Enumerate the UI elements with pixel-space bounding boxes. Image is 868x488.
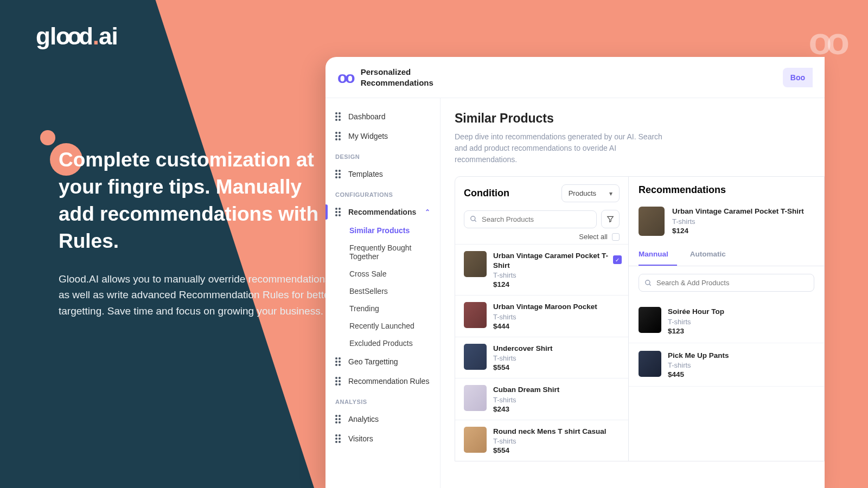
nav-sub-item[interactable]: Similar Products [326,222,440,239]
grip-icon [335,170,342,178]
grip-icon [335,357,342,366]
select-all-row[interactable]: Select all [455,228,628,244]
product-row[interactable]: Urban Vintage Maroon Pocket T-shirts $44… [455,295,628,337]
search-icon [470,215,477,223]
grip-icon [335,415,342,423]
search-add-products-input[interactable] [639,274,814,292]
nav-sub-item[interactable]: Cross Sale [326,265,440,282]
funnel-icon [607,215,614,223]
nav-item[interactable]: Visitors [326,429,440,448]
app-title: PersonalizedRecommendations [361,67,433,88]
product-price: $554 [493,363,620,371]
product-thumb [464,302,487,328]
product-thumb [639,207,665,236]
brand-logo: glood.ai [36,23,118,50]
select-all-checkbox[interactable] [612,233,620,241]
product-row[interactable]: Cuban Dream Shirt T-shirts $243 [455,378,628,420]
svg-point-0 [471,216,475,221]
product-category: T-shirts [493,271,620,279]
product-row[interactable]: Urban Vintage Caramel Pocket T-Shirt T-s… [455,244,628,295]
svg-line-1 [475,220,476,222]
nav-sub-item[interactable]: Recently Launched [326,317,440,335]
nav-label: Recommendation Rules [348,377,429,386]
nav-section-design: DESIGN [326,146,440,164]
nav-label: Analytics [348,415,379,423]
product-category: T-shirts [668,318,814,326]
recommendations-title: Recommendations [639,184,814,196]
nav-item[interactable]: Templates [326,164,440,184]
tab-manual[interactable]: Mannual [639,243,677,266]
nav-label: Templates [348,170,383,178]
nav-item[interactable]: Analytics [326,409,440,429]
nav-item[interactable]: Recommendation Rules [326,371,440,391]
product-category: T-shirts [493,396,620,404]
nav-section-analysis: ANALYSIS [326,391,440,409]
search-products-input[interactable] [464,210,597,228]
condition-dropdown[interactable]: Products [561,184,620,202]
app-logo-icon: oo [337,68,353,87]
header-action-button[interactable]: Boo [783,68,813,87]
product-thumb [464,427,487,453]
product-thumb [639,351,661,377]
sidebar: DashboardMy Widgets DESIGN Templates CON… [326,98,441,488]
grip-icon [335,208,342,216]
product-name: Urban Vintage Caramel Pocket T-Shirt [493,251,620,270]
product-price: $554 [493,446,620,454]
condition-label: Condition [464,188,509,199]
watermark-icon: oo [808,20,844,63]
marketing-headline: Complete customization at your fingre ti… [59,146,335,255]
product-category: T-shirts [493,437,620,445]
grip-icon [335,112,342,121]
nav-label: My Widgets [348,132,388,140]
product-name: Urban Vintage Caramel Pocket T-Shirt [672,207,814,216]
recommendation-row[interactable]: Soirée Hour Top T-shirts $123 [629,299,824,343]
nav-sub-item[interactable]: Frequently Bought Together [326,239,440,265]
accent-circle-small [40,130,55,145]
product-price: $124 [672,227,814,235]
product-name: Soirée Hour Top [668,307,814,317]
product-name: Urban Vintage Maroon Pocket [493,302,620,312]
checkbox-checked-icon[interactable]: ✓ [613,255,622,264]
product-row[interactable]: Undercover Shirt T-shirts $554 [455,337,628,378]
nav-item[interactable]: My Widgets [326,126,440,146]
product-row[interactable]: Round neck Mens T shirt Casual T-shirts … [455,420,628,461]
selected-product: Urban Vintage Caramel Pocket T-Shirt T-s… [629,203,824,243]
product-price: $124 [493,280,620,288]
product-category: T-shirts [493,313,620,321]
svg-line-3 [649,284,651,285]
product-name: Round neck Mens T shirt Casual [493,427,620,436]
product-thumb [639,307,661,333]
product-name: Pick Me Up Pants [668,351,814,361]
product-category: T-shirts [668,361,814,369]
app-window: oo PersonalizedRecommendations Boo Dashb… [326,57,825,488]
product-name: Cuban Dream Shirt [493,385,620,395]
product-category: T-shirts [493,354,620,362]
product-thumb [464,251,487,277]
nav-label: Visitors [348,434,373,443]
product-price: $445 [668,370,814,378]
product-price: $123 [668,327,814,335]
product-name: Undercover Shirt [493,344,620,354]
nav-label: Recommendations [348,208,416,216]
nav-sub-item[interactable]: Excluded Products [326,335,440,352]
nav-item[interactable]: Dashboard [326,107,440,126]
nav-sub-item[interactable]: BestSellers [326,282,440,300]
grip-icon [335,132,342,140]
nav-label: Dashboard [348,112,386,121]
grip-icon [335,434,342,443]
product-price: $243 [493,405,620,413]
main-content: Similar Products Deep dive into recommen… [441,98,825,488]
filter-button[interactable] [601,210,620,228]
nav-sub-item[interactable]: Trending [326,300,440,317]
nav-item[interactable]: Geo Targetting [326,352,440,371]
recommendations-panel: Recommendations Urban Vintage Caramel Po… [629,177,824,461]
app-header: oo PersonalizedRecommendations Boo [326,57,825,98]
recommendation-row[interactable]: Pick Me Up Pants T-shirts $445 [629,343,824,387]
page-title: Similar Products [455,111,825,126]
search-icon [644,279,652,287]
marketing-body: Glood.AI allows you to manually override… [59,271,335,319]
tab-automatic[interactable]: Automatic [690,243,735,266]
product-thumb [464,385,487,411]
svg-point-2 [646,280,650,284]
nav-recommendations[interactable]: Recommendations ⌃ [326,202,440,222]
